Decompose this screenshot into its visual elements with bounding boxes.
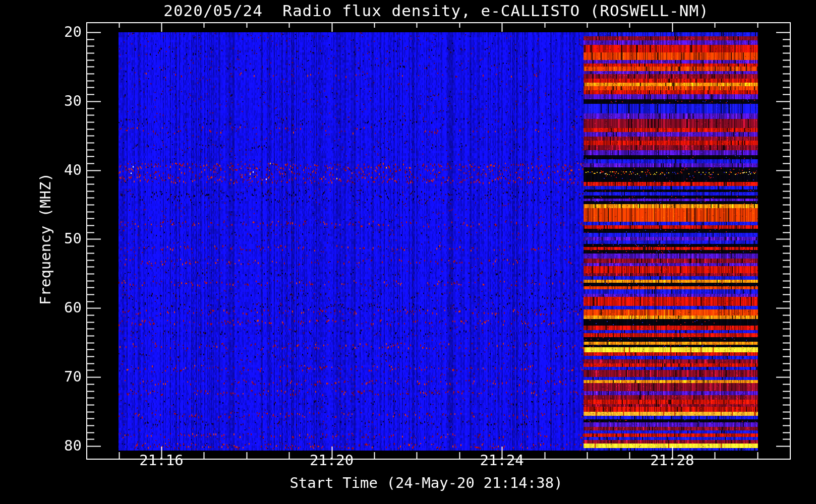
y-tick-label: 20 [46,23,82,40]
plot-title: 2020/05/24 Radio flux density, e-CALLIST… [163,2,709,20]
y-tick-label: 40 [46,161,82,178]
y-tick-label: 50 [46,230,82,247]
y-tick-label: 70 [46,368,82,385]
x-axis-title: Start Time (24-May-20 21:14:38) [289,474,562,491]
x-tick-label: 21:28 [637,452,708,469]
spectrogram-canvas [0,0,816,504]
x-tick-label: 21:16 [126,452,197,469]
y-tick-label: 30 [46,92,82,109]
x-tick-label: 21:24 [467,452,537,469]
y-tick-label: 60 [46,299,82,316]
x-tick-label: 21:20 [297,452,367,469]
y-tick-label: 80 [46,437,82,454]
spectrogram-figure: 2020/05/24 Radio flux density, e-CALLIST… [0,0,816,504]
